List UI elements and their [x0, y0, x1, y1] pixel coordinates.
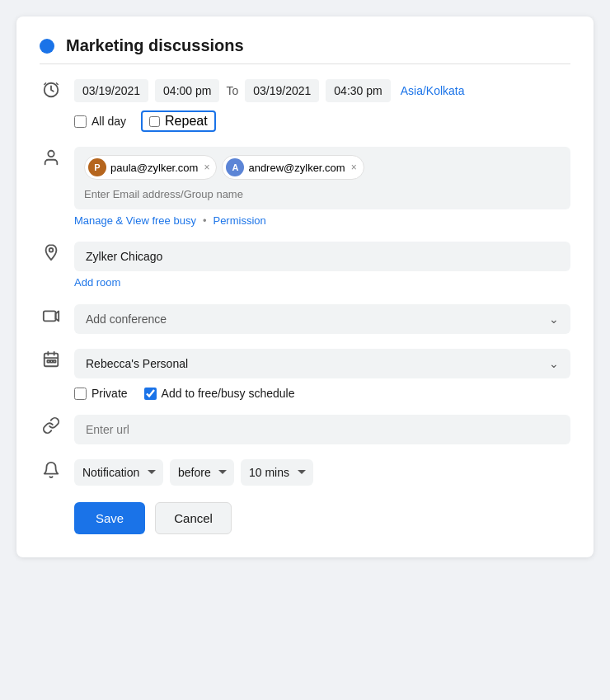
free-busy-label: Add to free/busy schedule — [162, 387, 295, 400]
start-date-field[interactable]: 03/19/2021 — [74, 79, 148, 102]
url-row — [40, 415, 570, 444]
check-row: All day Repeat — [74, 110, 570, 132]
notification-time-select[interactable]: 10 mins 30 mins 1 hour — [241, 459, 313, 486]
chip-andrew: A andrew@zylker.com × — [222, 155, 364, 180]
avatar-paula: P — [88, 158, 106, 176]
avatar-andrew: A — [226, 158, 244, 176]
conference-placeholder: Add conference — [86, 312, 167, 326]
notification-when-select[interactable]: before after — [170, 459, 234, 486]
calendar-content: Rebecca's Personal ⌄ Private Add to free… — [74, 349, 570, 400]
notif-controls: Notification Email before after 10 mins … — [74, 459, 570, 486]
url-content — [74, 415, 570, 444]
notification-type-select[interactable]: Notification Email — [74, 459, 163, 486]
calendar-row: Rebecca's Personal ⌄ Private Add to free… — [40, 349, 570, 400]
cancel-button[interactable]: Cancel — [155, 502, 232, 534]
save-button[interactable]: Save — [74, 502, 145, 534]
attendees-content: P paula@zylker.com × A andrew@zylker.com… — [74, 147, 570, 227]
conference-content: Add conference ⌄ — [74, 304, 570, 334]
attendees-chips: P paula@zylker.com × A andrew@zylker.com… — [84, 155, 561, 180]
chip-paula-remove[interactable]: × — [204, 162, 209, 173]
calendar-value: Rebecca's Personal — [86, 357, 188, 370]
chip-paula: P paula@zylker.com × — [84, 155, 217, 180]
location-icon — [40, 242, 63, 261]
notification-icon — [40, 459, 63, 479]
all-day-checkbox[interactable] — [74, 115, 87, 128]
attendee-links: Manage & View free busy • Permission — [74, 214, 570, 227]
svg-rect-3 — [44, 311, 56, 321]
calendar-chevron-icon: ⌄ — [549, 357, 559, 370]
to-label: To — [226, 84, 238, 97]
conference-icon — [40, 304, 63, 324]
repeat-label: Repeat — [165, 114, 208, 129]
svg-marker-4 — [56, 311, 59, 321]
conference-row: Add conference ⌄ — [40, 304, 570, 334]
attendees-box: P paula@zylker.com × A andrew@zylker.com… — [74, 147, 570, 209]
dot-separator: • — [203, 214, 207, 227]
svg-point-2 — [49, 248, 54, 252]
repeat-checkbox[interactable] — [149, 116, 160, 127]
datetime-content: 03/19/2021 04:00 pm To 03/19/2021 04:30 … — [74, 79, 570, 132]
chip-paula-email: paula@zylker.com — [110, 162, 198, 174]
conference-chevron-icon: ⌄ — [549, 312, 559, 326]
private-label: Private — [92, 387, 128, 400]
attendees-row: P paula@zylker.com × A andrew@zylker.com… — [40, 147, 570, 227]
event-form: Marketing discussions 03/19/2021 04:00 p… — [16, 16, 594, 557]
add-room-link[interactable]: Add room — [74, 276, 120, 289]
svg-point-1 — [48, 151, 54, 157]
end-time-field[interactable]: 04:30 pm — [326, 79, 390, 102]
attendees-icon — [40, 147, 63, 167]
free-busy-option[interactable]: Add to free/busy schedule — [144, 387, 295, 400]
location-input[interactable] — [74, 242, 570, 271]
end-date-field[interactable]: 03/19/2021 — [245, 79, 319, 102]
event-title: Marketing discussions — [66, 36, 244, 55]
calendar-icon — [40, 349, 63, 369]
notification-row: Notification Email before after 10 mins … — [40, 459, 570, 486]
button-row: Save Cancel — [40, 502, 570, 534]
email-input[interactable] — [84, 188, 561, 200]
manage-free-busy-link[interactable]: Manage & View free busy — [74, 214, 196, 227]
private-option[interactable]: Private — [74, 387, 128, 400]
datetime-group: 03/19/2021 04:00 pm To 03/19/2021 04:30 … — [74, 79, 570, 102]
link-icon — [40, 415, 63, 435]
calendar-options: Private Add to free/busy schedule — [74, 387, 570, 400]
chip-andrew-email: andrew@zylker.com — [248, 162, 345, 174]
url-input[interactable] — [74, 415, 570, 444]
notification-content: Notification Email before after 10 mins … — [74, 459, 570, 486]
timezone-link[interactable]: Asia/Kolkata — [401, 84, 465, 97]
svg-rect-10 — [50, 360, 53, 363]
title-divider — [40, 63, 570, 64]
svg-rect-9 — [47, 360, 49, 363]
clock-icon — [40, 79, 63, 99]
all-day-option[interactable]: All day — [74, 115, 126, 128]
datetime-row: 03/19/2021 04:00 pm To 03/19/2021 04:30 … — [40, 79, 570, 132]
chip-andrew-remove[interactable]: × — [351, 162, 357, 173]
private-checkbox[interactable] — [74, 388, 87, 400]
svg-rect-11 — [54, 360, 56, 363]
title-row: Marketing discussions — [40, 36, 570, 55]
all-day-label: All day — [92, 115, 126, 128]
repeat-option[interactable]: Repeat — [141, 110, 216, 132]
free-busy-checkbox[interactable] — [144, 388, 157, 400]
event-color-dot — [40, 39, 54, 54]
conference-dropdown[interactable]: Add conference ⌄ — [74, 304, 570, 334]
calendar-dropdown[interactable]: Rebecca's Personal ⌄ — [74, 349, 570, 378]
location-content: Add room — [74, 242, 570, 289]
location-row: Add room — [40, 242, 570, 289]
permission-link[interactable]: Permission — [213, 214, 265, 227]
start-time-field[interactable]: 04:00 pm — [155, 79, 219, 102]
